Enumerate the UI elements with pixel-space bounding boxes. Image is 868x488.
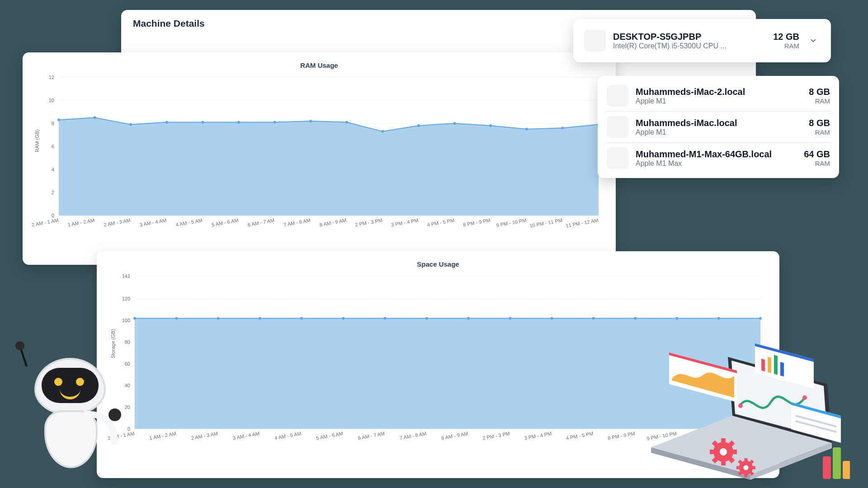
svg-point-77 <box>759 317 762 319</box>
svg-rect-125 <box>823 456 831 479</box>
svg-point-23 <box>381 130 384 133</box>
svg-text:2 AM - 3 AM: 2 AM - 3 AM <box>191 431 218 441</box>
selected-machine-sub: Intel(R) Core(TM) i5-5300U CPU ... <box>613 42 766 50</box>
svg-text:141: 141 <box>122 273 130 279</box>
svg-text:6 AM - 7 AM: 6 AM - 7 AM <box>247 217 275 227</box>
machine-option-sub: Apple M1 <box>636 128 802 136</box>
svg-text:20: 20 <box>125 404 130 410</box>
ram-chart: RAM (GB) 02468101212 AM - 1 AM1 AM - 2 A… <box>32 69 607 241</box>
machine-option[interactable]: Muhammeds-iMac.local Apple M1 8 GB RAM <box>603 111 834 142</box>
svg-text:100: 100 <box>122 318 130 323</box>
svg-text:2 PM - 3 PM: 2 PM - 3 PM <box>354 217 382 227</box>
selected-machine-name: DESKTOP-S5GJPBP <box>613 32 766 42</box>
machine-option-sub: Apple M1 <box>636 97 802 105</box>
svg-text:11 PM - 12 AM: 11 PM - 12 AM <box>566 217 599 228</box>
svg-text:3 AM - 4 AM: 3 AM - 4 AM <box>139 217 167 227</box>
svg-point-63 <box>175 317 178 319</box>
svg-text:5 AM - 6 AM: 5 AM - 6 AM <box>316 431 344 441</box>
svg-text:6 AM - 7 AM: 6 AM - 7 AM <box>358 431 385 441</box>
ram-usage-card: RAM Usage RAM (GB) 02468101212 AM - 1 AM… <box>23 52 616 265</box>
svg-point-69 <box>425 317 428 319</box>
svg-point-64 <box>217 317 220 319</box>
svg-point-71 <box>509 317 511 319</box>
svg-text:3 AM - 4 AM: 3 AM - 4 AM <box>232 431 260 441</box>
svg-point-27 <box>525 128 528 131</box>
svg-rect-107 <box>774 355 778 375</box>
machine-picker[interactable]: DESKTOP-S5GJPBP Intel(R) Core(TM) i5-530… <box>573 19 831 62</box>
svg-point-19 <box>237 121 240 123</box>
selected-machine-cap: 12 GB <box>773 32 799 42</box>
svg-rect-105 <box>761 359 765 371</box>
svg-point-100 <box>802 395 807 400</box>
machine-option-cap: 8 GB <box>809 118 830 128</box>
svg-text:4: 4 <box>52 167 54 172</box>
machine-option-cap: 8 GB <box>809 87 830 97</box>
apple-icon <box>607 116 628 138</box>
svg-rect-127 <box>843 461 850 479</box>
svg-text:0: 0 <box>127 426 130 432</box>
svg-text:9 PM - 10 PM: 9 PM - 10 PM <box>496 217 527 228</box>
svg-point-99 <box>738 404 743 408</box>
svg-text:0: 0 <box>52 213 54 218</box>
machine-option-sub: Apple M1 Max <box>636 160 797 168</box>
svg-point-118 <box>720 448 727 455</box>
svg-point-28 <box>561 127 564 129</box>
svg-text:4 AM - 5 AM: 4 AM - 5 AM <box>175 217 203 227</box>
machine-option-name: Muhammed-M1-Max-64GB.local <box>636 149 797 160</box>
machine-option[interactable]: Muhammed-M1-Max-64GB.local Apple M1 Max … <box>603 142 834 174</box>
machine-option-name: Muhammeds-iMac.local <box>636 118 802 128</box>
svg-point-70 <box>467 317 470 319</box>
apple-icon <box>607 85 628 107</box>
svg-text:80: 80 <box>125 339 130 345</box>
svg-text:5 AM - 6 AM: 5 AM - 6 AM <box>211 217 239 227</box>
space-chart-title: Space Usage <box>108 260 769 268</box>
svg-text:12 AM - 1 AM: 12 AM - 1 AM <box>32 217 59 228</box>
svg-text:2: 2 <box>52 190 54 195</box>
svg-text:7 AM - 8 AM: 7 AM - 8 AM <box>283 217 311 227</box>
svg-point-62 <box>133 317 136 319</box>
svg-point-15 <box>94 116 96 119</box>
chevron-down-icon[interactable] <box>807 34 820 47</box>
machine-option[interactable]: Muhammeds-iMac-2.local Apple M1 8 GB RAM <box>603 80 834 111</box>
svg-text:6: 6 <box>52 144 54 149</box>
svg-text:10 PM - 11 PM: 10 PM - 11 PM <box>529 217 562 229</box>
svg-point-26 <box>489 124 492 127</box>
svg-text:10: 10 <box>49 98 54 103</box>
machine-option-cap-unit: RAM <box>804 160 830 167</box>
robot-mascot-illustration <box>12 343 111 479</box>
svg-point-65 <box>259 317 261 319</box>
svg-point-68 <box>384 317 387 319</box>
svg-text:8 PM - 9 PM: 8 PM - 9 PM <box>607 431 635 441</box>
svg-point-66 <box>300 317 303 319</box>
apple-icon <box>584 30 606 52</box>
selected-machine-cap-unit: RAM <box>773 42 799 50</box>
svg-point-18 <box>201 121 204 123</box>
svg-text:3 PM - 4 PM: 3 PM - 4 PM <box>391 217 419 227</box>
svg-point-20 <box>274 121 276 123</box>
ram-chart-title: RAM Usage <box>32 61 607 69</box>
svg-text:4 AM - 5 AM: 4 AM - 5 AM <box>274 431 302 441</box>
machine-option-name: Muhammeds-iMac-2.local <box>636 87 802 97</box>
svg-point-74 <box>634 317 637 319</box>
svg-text:2 AM - 3 AM: 2 AM - 3 AM <box>103 217 131 227</box>
svg-point-14 <box>57 118 60 121</box>
svg-text:1 AM - 2 AM: 1 AM - 2 AM <box>67 217 95 227</box>
machine-picker-options: Muhammeds-iMac-2.local Apple M1 8 GB RAM… <box>598 76 839 178</box>
svg-text:1 AM - 2 AM: 1 AM - 2 AM <box>149 431 177 441</box>
svg-point-24 <box>417 124 420 127</box>
svg-point-22 <box>345 121 348 123</box>
svg-rect-108 <box>780 362 784 376</box>
svg-point-21 <box>309 120 312 122</box>
machine-option-cap-unit: RAM <box>809 97 830 105</box>
svg-point-72 <box>551 317 553 319</box>
svg-text:60: 60 <box>125 361 130 366</box>
svg-text:3 PM - 4 PM: 3 PM - 4 PM <box>524 431 552 441</box>
svg-text:8: 8 <box>52 121 54 126</box>
svg-text:120: 120 <box>122 296 130 301</box>
machine-option-cap: 64 GB <box>804 149 830 160</box>
machine-option-cap-unit: RAM <box>809 128 830 136</box>
svg-point-67 <box>342 317 344 319</box>
svg-rect-126 <box>833 447 841 479</box>
svg-text:7 AM - 8 AM: 7 AM - 8 AM <box>399 431 427 441</box>
svg-text:8 AM - 9 AM: 8 AM - 9 AM <box>319 217 347 227</box>
